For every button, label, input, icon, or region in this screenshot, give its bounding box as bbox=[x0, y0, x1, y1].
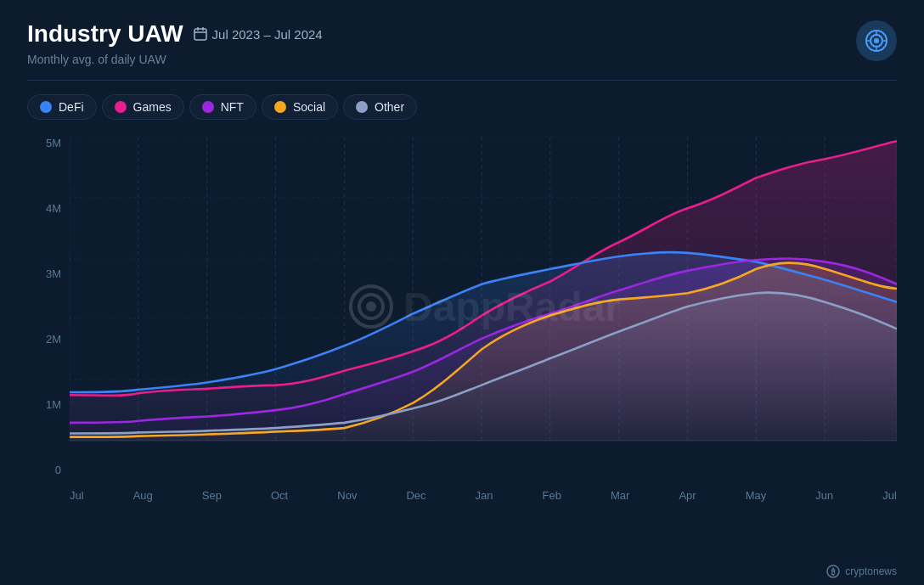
date-range: Jul 2023 – Jul 2024 bbox=[194, 27, 323, 42]
games-label: Games bbox=[133, 100, 172, 114]
header-divider bbox=[27, 80, 897, 81]
x-label-dec: Dec bbox=[406, 489, 425, 502]
chart-subtitle: Monthly avg. of daily UAW bbox=[27, 53, 897, 66]
x-label-feb: Feb bbox=[543, 489, 561, 502]
other-dot bbox=[356, 101, 368, 113]
defi-label: DeFi bbox=[59, 100, 84, 114]
date-range-text: Jul 2023 – Jul 2024 bbox=[212, 27, 323, 42]
x-label-apr: Apr bbox=[679, 489, 696, 502]
svg-text:₿: ₿ bbox=[831, 567, 836, 577]
y-label-2m: 2M bbox=[27, 333, 61, 346]
chart-legend: DeFi Games NFT Social Other bbox=[27, 94, 897, 120]
y-label-1m: 1M bbox=[27, 398, 61, 411]
source-badge: ₿ cryptonews bbox=[826, 565, 897, 578]
nft-label: NFT bbox=[221, 100, 244, 114]
logo-icon bbox=[856, 20, 897, 61]
calendar-icon bbox=[194, 27, 207, 41]
x-label-mar: Mar bbox=[611, 489, 629, 502]
legend-item-social[interactable]: Social bbox=[262, 94, 338, 120]
legend-item-defi[interactable]: DeFi bbox=[27, 94, 97, 120]
y-label-5m: 5M bbox=[27, 137, 61, 149]
games-dot bbox=[115, 101, 127, 113]
legend-item-games[interactable]: Games bbox=[102, 94, 184, 120]
x-label-jun: Jun bbox=[815, 489, 833, 502]
x-label-jul1: Jul bbox=[70, 489, 84, 502]
page-header: Industry UAW Jul 2023 – Jul 2024 bbox=[27, 20, 897, 48]
y-label-3m: 3M bbox=[27, 267, 61, 280]
chart-area: 0 1M 2M 3M 4M 5M DappRadar bbox=[27, 137, 897, 502]
x-label-jul2: Jul bbox=[882, 489, 897, 502]
legend-item-nft[interactable]: NFT bbox=[189, 94, 256, 120]
cryptonews-icon: ₿ bbox=[826, 565, 840, 578]
x-label-aug: Aug bbox=[133, 489, 153, 502]
social-dot bbox=[274, 101, 286, 113]
chart-svg-container: DappRadar bbox=[70, 137, 897, 476]
other-label: Other bbox=[375, 100, 404, 114]
y-axis: 0 1M 2M 3M 4M 5M bbox=[27, 137, 61, 502]
page-title: Industry UAW bbox=[27, 20, 183, 48]
defi-dot bbox=[40, 101, 52, 113]
x-label-jan: Jan bbox=[476, 489, 493, 502]
svg-point-2 bbox=[874, 38, 879, 43]
x-label-nov: Nov bbox=[337, 489, 357, 502]
x-axis: Jul Aug Sep Oct Nov Dec Jan Feb Mar Apr … bbox=[70, 489, 897, 502]
chart-lines bbox=[70, 137, 897, 476]
x-label-sep: Sep bbox=[202, 489, 222, 502]
dashboard-container: Industry UAW Jul 2023 – Jul 2024 Monthly… bbox=[0, 0, 924, 585]
y-label-0: 0 bbox=[27, 464, 61, 476]
nft-dot bbox=[202, 101, 214, 113]
social-label: Social bbox=[293, 100, 325, 114]
source-text: cryptonews bbox=[845, 565, 897, 577]
x-label-oct: Oct bbox=[271, 489, 288, 502]
legend-item-other[interactable]: Other bbox=[343, 94, 417, 120]
y-label-4m: 4M bbox=[27, 202, 61, 215]
svg-rect-7 bbox=[194, 29, 206, 40]
x-label-may: May bbox=[746, 489, 767, 502]
